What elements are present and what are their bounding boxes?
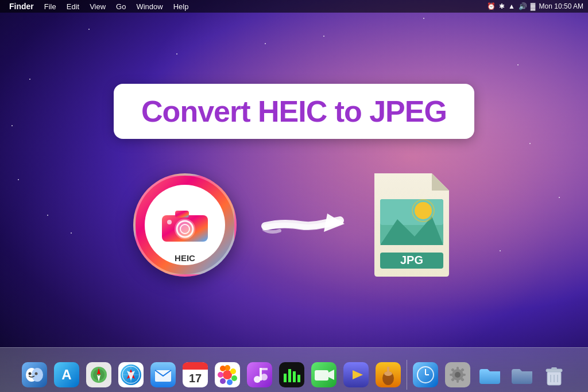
svg-rect-77: [450, 374, 453, 376]
battery-icon: ▓: [531, 2, 536, 10]
menubar: Finder File Edit View Go Window Help ⏰ ✱…: [0, 0, 588, 13]
dock-music-viz[interactable]: [277, 360, 307, 390]
svg-rect-75: [457, 367, 459, 370]
svg-rect-58: [297, 375, 300, 382]
dock-mail[interactable]: [148, 360, 178, 390]
dock-systemprefs[interactable]: [443, 360, 473, 390]
svg-rect-38: [183, 367, 208, 370]
title-banner: Convert HEIC to JPEG: [114, 84, 474, 139]
svg-rect-56: [288, 369, 291, 382]
svg-point-17: [32, 368, 43, 382]
dock-garageband[interactable]: [373, 360, 403, 390]
dock-timemachine[interactable]: [411, 360, 440, 390]
svg-point-46: [220, 378, 226, 384]
dock-folder2[interactable]: [507, 360, 537, 390]
file-menu[interactable]: File: [40, 1, 61, 12]
content-area: Convert HEIC to JPEG: [0, 13, 588, 347]
dock-appstore[interactable]: A: [52, 360, 82, 390]
volume-icon: 🔊: [519, 2, 527, 10]
dock-trash[interactable]: [539, 360, 569, 390]
edit-menu[interactable]: Edit: [62, 1, 84, 12]
dock-finder[interactable]: [20, 360, 49, 390]
bluetooth-icon: ✱: [499, 2, 505, 10]
svg-rect-67: [387, 367, 389, 375]
heic-icon[interactable]: HEIC: [133, 173, 237, 277]
heic-label: HEIC: [175, 253, 195, 263]
svg-rect-54: [279, 362, 304, 387]
svg-text:A: A: [61, 367, 71, 382]
menubar-left: Finder File Edit View Go Window Help: [0, 1, 193, 12]
svg-rect-76: [457, 379, 459, 383]
svg-point-43: [230, 368, 236, 374]
wifi-icon: ▲: [508, 2, 515, 10]
svg-point-18: [28, 372, 31, 375]
timemachine-icon: ⏰: [487, 2, 496, 10]
svg-point-44: [231, 375, 237, 381]
help-menu[interactable]: Help: [169, 1, 194, 12]
dock-facetime[interactable]: [309, 360, 339, 390]
svg-rect-57: [293, 371, 296, 382]
dock: A: [0, 347, 588, 392]
svg-rect-55: [284, 374, 287, 382]
go-menu[interactable]: Go: [111, 1, 130, 12]
svg-rect-85: [551, 367, 557, 370]
svg-point-11: [415, 202, 432, 219]
dock-calendar[interactable]: 17: [180, 360, 210, 390]
dock-maps[interactable]: [84, 360, 114, 390]
dock-photos[interactable]: [212, 360, 242, 390]
svg-point-45: [227, 379, 233, 385]
dock-separator: [407, 360, 407, 390]
jpg-svg: JPG: [369, 173, 455, 277]
svg-point-48: [220, 366, 226, 371]
svg-point-19: [34, 372, 37, 375]
desktop: Finder File Edit View Go Window Help ⏰ ✱…: [0, 0, 588, 392]
arrow-container: [260, 202, 346, 248]
svg-rect-1: [175, 211, 189, 218]
conversion-row: HEIC: [133, 173, 455, 277]
main-title: Convert HEIC to JPEG: [141, 94, 447, 129]
dock-itunes[interactable]: [245, 360, 274, 390]
jpg-file-icon[interactable]: JPG: [369, 173, 455, 277]
camera-svg: [159, 205, 211, 245]
menubar-right: ⏰ ✱ ▲ 🔊 ▓ Mon 10:50 AM: [487, 2, 588, 10]
svg-rect-78: [462, 374, 466, 376]
dock-imovie[interactable]: [341, 360, 371, 390]
svg-text:17: 17: [188, 372, 201, 385]
window-menu[interactable]: Window: [131, 1, 167, 12]
arrow-svg: [260, 202, 346, 248]
svg-text:JPG: JPG: [400, 254, 423, 266]
dock-safari[interactable]: [116, 360, 146, 390]
clock: Mon 10:50 AM: [539, 2, 583, 10]
svg-rect-53: [260, 368, 268, 370]
dock-folder1[interactable]: [475, 360, 505, 390]
svg-rect-60: [315, 370, 328, 381]
svg-point-74: [455, 372, 461, 378]
svg-point-47: [218, 372, 223, 378]
view-menu[interactable]: View: [85, 1, 110, 12]
finder-menu[interactable]: Finder: [5, 1, 38, 12]
svg-point-7: [167, 220, 172, 224]
